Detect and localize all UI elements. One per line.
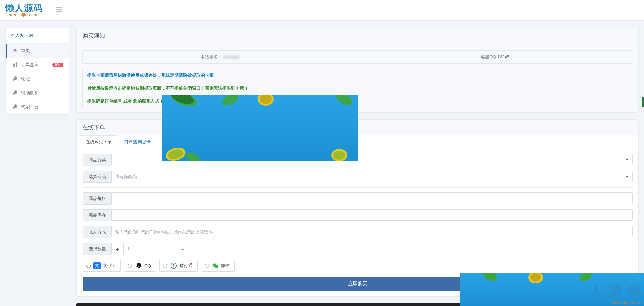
- pay-label: 财付通: [179, 263, 193, 269]
- field-category: 商品分类: [83, 154, 633, 166]
- field-qty-label: 选择数量: [83, 243, 111, 255]
- field-stock-label: 商品库存: [83, 209, 111, 221]
- watermark-cn: 人 源 码: [590, 282, 642, 300]
- svg-point-9: [173, 265, 175, 267]
- input-contact[interactable]: [111, 226, 633, 237]
- badge-99plus: 99+: [52, 63, 63, 67]
- sidebar-item-label: 首页: [21, 48, 63, 54]
- notice-domain-label: 本站域名：: [200, 54, 222, 59]
- pay-radio-wechat[interactable]: [205, 264, 209, 268]
- qq-icon: [135, 262, 142, 269]
- pay-option-alipay[interactable]: 支 支付宝: [83, 260, 121, 272]
- notice-domain-cell: 本站域名： example: [83, 51, 358, 63]
- field-stock: 商品库存: [83, 209, 633, 221]
- field-product: 选择商品 请选择商品: [83, 171, 633, 183]
- field-qty: 选择数量 + -: [83, 243, 633, 255]
- svg-point-13: [215, 265, 216, 265]
- key-icon: [12, 76, 18, 82]
- panel-notice: 购买须知 本站域名： example 客服QQ:12345 提取卡密后请尽快激活…: [76, 28, 639, 113]
- select-product[interactable]: 请选择商品: [111, 171, 633, 182]
- tab-history[interactable]: 查询历史订: [157, 135, 192, 148]
- sidebar-item-proxy[interactable]: 代刷平台: [6, 100, 69, 114]
- bottom-right-watermark: 人 源 码 enzhijia.com: [460, 273, 644, 306]
- right-edge-indicator: [642, 97, 644, 107]
- field-contact: 联系方式: [83, 226, 633, 238]
- top-bar: 懒人源码 lanrenzhijia.com: [0, 0, 644, 21]
- pay-option-qq[interactable]: QQ: [124, 260, 156, 272]
- sidebar-item-assist-buy[interactable]: 辅助购买: [6, 86, 69, 100]
- notice-domain-value: example: [223, 54, 239, 59]
- svg-rect-4: [14, 63, 15, 67]
- key-icon: [12, 90, 18, 96]
- payment-options: 支 支付宝 QQ: [83, 260, 633, 272]
- field-product-label: 选择商品: [83, 171, 111, 183]
- sidebar: 个人发卡网 首页 订单查询 99+ 论坛 辅助购买: [5, 28, 69, 115]
- sidebar-item-label: 代刷平台: [21, 104, 63, 110]
- svg-point-29: [530, 273, 541, 282]
- home-icon: [12, 48, 18, 54]
- notice-line-2: 付款后按提示点击确定跳转到提取页面，不可提前关闭窗口！否则无法提取到卡密！: [83, 82, 633, 95]
- svg-point-11: [215, 265, 218, 268]
- svg-point-14: [216, 266, 216, 267]
- svg-point-15: [217, 266, 217, 267]
- menu-toggle-icon[interactable]: [56, 7, 62, 14]
- pay-option-wechat[interactable]: 微信: [201, 260, 235, 272]
- pay-radio-qq[interactable]: [128, 264, 132, 268]
- field-category-label: 商品分类: [83, 154, 111, 166]
- sidebar-item-label: 订单查询: [21, 62, 49, 68]
- notice-line-1: 提取卡密后请尽快激活使用或保存好，系统定期清除被提取的卡密: [83, 69, 633, 82]
- pay-radio-alipay[interactable]: [86, 264, 91, 268]
- select-category[interactable]: [111, 154, 633, 165]
- qty-plus-button[interactable]: +: [111, 243, 123, 255]
- field-contact-label: 联系方式: [83, 226, 111, 238]
- pay-label: 支付宝: [103, 263, 116, 269]
- divider: [83, 187, 633, 188]
- panel-order-title: 在线下单: [77, 120, 638, 135]
- order-tabs: 在线购买下单 订单查询提卡 查询历史订: [77, 135, 638, 148]
- pay-label: 微信: [221, 263, 230, 269]
- alipay-icon: 支: [93, 262, 101, 269]
- notice-box: 提取卡密后请尽快激活使用或保存好，系统定期清除被提取的卡密 付款后按提示点击确定…: [82, 69, 633, 108]
- tenpay-icon: [170, 262, 177, 269]
- pay-option-tenpay[interactable]: 财付通: [159, 260, 198, 272]
- sidebar-item-home[interactable]: 首页: [6, 44, 69, 58]
- pay-radio-tenpay[interactable]: [163, 264, 167, 268]
- tab-query[interactable]: 订单查询提卡: [118, 135, 157, 148]
- main-content: 购买须知 本站域名： example 客服QQ:12345 提取卡密后请尽快激活…: [76, 28, 639, 306]
- tab-buy[interactable]: 在线购买下单: [79, 135, 118, 148]
- logo-main: 懒人源码: [5, 4, 43, 12]
- sidebar-item-label: 辅助购买: [21, 90, 63, 96]
- svg-rect-5: [16, 62, 17, 66]
- notice-qq-cell: 客服QQ:12345: [358, 51, 633, 63]
- key-icon: [12, 104, 18, 110]
- qty-minus-button[interactable]: -: [177, 243, 189, 255]
- input-price: [111, 192, 633, 204]
- notice-info-row: 本站域名： example 客服QQ:12345: [82, 50, 633, 64]
- sidebar-section-title: 个人发卡网: [6, 28, 69, 44]
- panel-notice-title: 购买须知: [77, 28, 638, 44]
- notice-line-3: 提取码是订单编号 或者 您的联系方式！: [83, 95, 633, 108]
- pay-label: QQ: [144, 263, 151, 268]
- wechat-icon: [212, 262, 219, 269]
- sidebar-item-forum[interactable]: 论坛: [6, 72, 69, 86]
- watermark-en: enzhijia.com: [590, 300, 642, 305]
- chart-icon: [12, 62, 18, 68]
- logo-sub: lanrenzhijia.com: [5, 13, 43, 17]
- svg-rect-3: [13, 64, 14, 67]
- field-price: 商品价格: [83, 192, 633, 205]
- sidebar-item-orders[interactable]: 订单查询 99+: [6, 58, 69, 72]
- field-price-label: 商品价格: [83, 192, 111, 205]
- panel-order: 在线下单 在线购买下单 订单查询提卡 查询历史订 商品分类 选择商品: [76, 119, 639, 297]
- logo: 懒人源码 lanrenzhijia.com: [5, 4, 43, 17]
- svg-point-7: [139, 265, 140, 265]
- svg-point-6: [138, 265, 138, 265]
- input-stock: [111, 209, 633, 221]
- input-qty[interactable]: [123, 243, 177, 254]
- svg-point-12: [214, 265, 214, 265]
- sidebar-item-label: 论坛: [21, 76, 63, 82]
- svg-point-27: [480, 273, 499, 283]
